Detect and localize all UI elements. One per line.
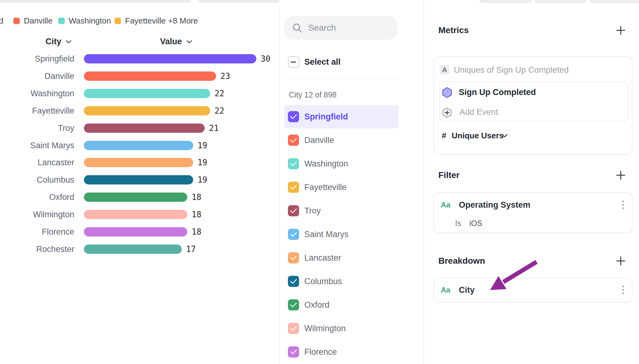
chart-row: Lancaster19	[0, 158, 279, 167]
city-list-item[interactable]: Danville	[284, 128, 399, 152]
cutoff-tab-strip	[0, 0, 191, 3]
bar-category-label: Columbus	[0, 175, 74, 184]
city-list-item-label: Troy	[304, 199, 321, 223]
chart-row: Fayetteville22	[0, 106, 279, 115]
city-list-item-label: Columbus	[304, 270, 342, 293]
column-header-city[interactable]: City	[46, 37, 72, 46]
panel-divider	[279, 10, 280, 364]
legend-item[interactable]: Danville	[13, 16, 53, 25]
cutoff-tab-strip	[479, 0, 532, 3]
legend-item[interactable]: Fayetteville	[115, 16, 166, 25]
city-list-item[interactable]: Lancaster	[284, 246, 399, 270]
add-breakdown-button[interactable]	[615, 255, 626, 266]
add-event-label[interactable]: Add Event	[459, 107, 498, 117]
city-list-item-label: Oxford	[304, 293, 329, 317]
filter-value[interactable]: iOS	[469, 219, 482, 228]
chart-legend: SpringfieldDanvilleWashingtonFayettevill…	[0, 16, 279, 25]
city-checkbox[interactable]	[288, 323, 299, 334]
city-list-item[interactable]: Saint Marys	[284, 223, 399, 246]
filter-section-title: Filter	[438, 170, 459, 180]
city-checkbox[interactable]	[288, 252, 299, 263]
city-list-item-label: Florence	[304, 340, 337, 364]
bar[interactable]	[84, 54, 256, 63]
bar-category-label: Wilmington	[0, 210, 74, 219]
legend-item-label: Danville	[24, 16, 53, 26]
city-list-item[interactable]: Florence	[284, 340, 399, 364]
city-checkbox[interactable]	[288, 346, 299, 358]
city-list-item[interactable]: Fayetteville	[284, 176, 399, 199]
filter-operator[interactable]: Is	[455, 219, 461, 228]
legend-item[interactable]: Springfield	[0, 16, 3, 25]
filter-kebab-menu-icon[interactable]	[622, 201, 624, 209]
bar[interactable]	[84, 141, 193, 150]
bar[interactable]	[84, 124, 205, 133]
bar-category-label: Rochester	[0, 245, 74, 254]
chart-row: Oxford18	[0, 193, 279, 202]
bar-value-label: 18	[192, 210, 201, 219]
search-input[interactable]	[284, 16, 398, 40]
bar[interactable]	[84, 89, 210, 98]
city-list-item[interactable]: Washington	[284, 152, 399, 176]
legend-more-button[interactable]: +8 More	[168, 16, 198, 25]
metric-letter-badge: A	[440, 65, 450, 75]
bar[interactable]	[84, 72, 216, 81]
bar[interactable]	[84, 210, 187, 219]
city-list-item-label: Fayetteville	[304, 176, 347, 199]
breakdown-section-title: Breakdown	[438, 256, 485, 266]
city-list-item-label: Springfield	[304, 105, 348, 128]
bar-category-label: Washington	[0, 89, 74, 98]
cutoff-tab-strip	[198, 0, 280, 3]
column-header-value[interactable]: Value	[160, 37, 192, 46]
cutoff-tab-strip	[534, 0, 587, 3]
chart-row: Troy21	[0, 124, 279, 133]
bar-value-label: 19	[198, 175, 207, 184]
city-checkbox[interactable]	[288, 182, 299, 193]
city-checkbox[interactable]	[288, 111, 299, 122]
select-all-checkbox[interactable]	[288, 56, 299, 68]
filter-property[interactable]: Operating System	[459, 200, 530, 210]
add-filter-button[interactable]	[615, 170, 626, 181]
chart-row: Danville23	[0, 72, 279, 81]
city-checkbox[interactable]	[288, 158, 299, 169]
column-header-city-label: City	[46, 37, 61, 46]
city-list-item[interactable]: Springfield	[284, 105, 399, 128]
bar[interactable]	[84, 193, 187, 202]
panel-divider	[424, 0, 424, 364]
city-list-item[interactable]: Columbus	[284, 270, 399, 293]
bar-value-label: 21	[209, 124, 219, 133]
city-checkbox[interactable]	[288, 276, 299, 287]
chevron-down-icon	[186, 40, 192, 44]
bar-category-label: Florence	[0, 227, 74, 236]
select-all-label: Select all	[304, 57, 341, 67]
add-metric-button[interactable]	[615, 25, 626, 36]
hash-icon: #	[442, 131, 446, 141]
bar-category-label: Fayetteville	[0, 106, 74, 115]
breakdown-kebab-menu-icon[interactable]	[622, 286, 624, 294]
city-list-item[interactable]: Troy	[284, 199, 399, 223]
chevron-down-icon	[66, 40, 72, 44]
city-list-item[interactable]: Wilmington	[284, 317, 399, 340]
city-checkbox[interactable]	[288, 229, 299, 240]
city-checkbox[interactable]	[288, 299, 299, 310]
bar[interactable]	[84, 175, 193, 184]
bar[interactable]	[84, 158, 193, 167]
city-list-item-label: Wilmington	[304, 317, 346, 340]
event-name[interactable]: Sign Up Completed	[459, 88, 536, 97]
city-list-item[interactable]: Oxford	[284, 293, 399, 317]
bar-value-label: 17	[186, 245, 196, 254]
bar[interactable]	[84, 245, 182, 254]
bar-value-label: 18	[192, 193, 201, 202]
bar[interactable]	[84, 227, 187, 236]
chart-row: Florence18	[0, 227, 279, 236]
legend-item[interactable]: Washington	[58, 16, 111, 25]
filter-card	[433, 192, 632, 233]
add-event-icon[interactable]	[442, 107, 452, 118]
bar-category-label: Saint Marys	[0, 141, 74, 150]
city-checkbox[interactable]	[288, 205, 299, 216]
breakdown-property[interactable]: City	[459, 285, 475, 295]
chevron-down-icon[interactable]	[502, 134, 508, 138]
city-checkbox[interactable]	[288, 135, 299, 146]
bar[interactable]	[84, 106, 210, 115]
analytics-app: { "colors": { "accent_purple": "#584DE8"…	[0, 0, 639, 364]
measure-selector[interactable]: Unique Users	[452, 131, 504, 141]
